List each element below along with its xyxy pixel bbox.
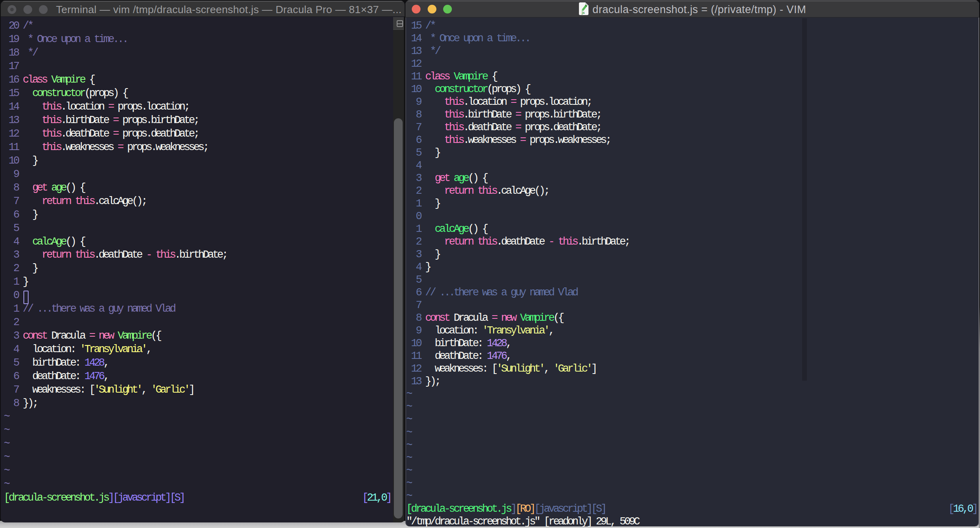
svg-text:js: js xyxy=(581,11,585,15)
